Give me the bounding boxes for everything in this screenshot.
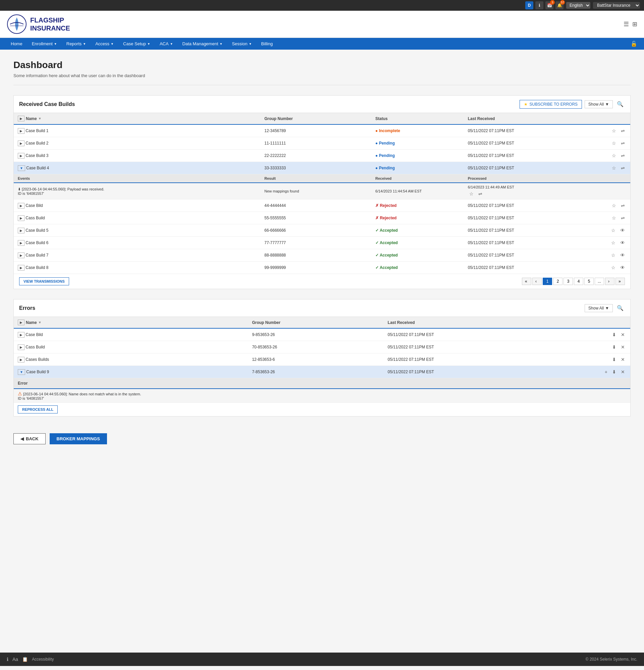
nav-access[interactable]: Access ▼	[91, 38, 118, 50]
nav-home[interactable]: Home	[7, 38, 26, 50]
star-action-btn[interactable]: ☆	[610, 128, 618, 134]
expand-row-btn[interactable]: ▶	[18, 228, 25, 233]
expand-row-btn[interactable]: ▶	[18, 128, 25, 134]
list-view-icon[interactable]: ☰	[623, 21, 629, 28]
expand-row-btn[interactable]: ▶	[18, 153, 25, 159]
error-data-row: ⚠ [2023-06-14 04:44:55.060]: Name does n…	[14, 389, 630, 403]
view-action-btn[interactable]: 👁	[619, 239, 626, 246]
table-row: ▶ Case Build 3 22-2222222 Pending 05/11/…	[14, 150, 630, 162]
calendar-icon[interactable]: 📅 3	[546, 1, 553, 9]
nav-lock-icon[interactable]: 🔓	[631, 41, 637, 47]
back-button[interactable]: ◀ BACK	[13, 433, 45, 444]
shuffle-action-btn[interactable]: ⇌	[619, 202, 626, 209]
star-action-btn[interactable]: ☆	[610, 215, 618, 221]
error-download-btn[interactable]: ⬇	[611, 331, 618, 338]
page-prev-btn[interactable]: ‹	[532, 278, 542, 285]
nav-enrollment[interactable]: Enrollment ▼	[28, 38, 61, 50]
errors-show-all-button[interactable]: Show All ▼	[584, 304, 613, 312]
error-delete-btn[interactable]: ✕	[619, 368, 626, 375]
nav-reports[interactable]: Reports ▼	[62, 38, 90, 50]
footer-icon-2[interactable]: Aa	[12, 657, 18, 662]
error-download-btn[interactable]: ⬇	[611, 368, 618, 375]
page-next-btn[interactable]: ›	[605, 278, 615, 285]
errors-section-header: Errors Show All ▼ 🔍	[14, 299, 630, 317]
expand-row-btn[interactable]: ▶	[18, 240, 25, 246]
error-delete-btn[interactable]: ✕	[619, 356, 626, 363]
view-action-btn[interactable]: 👁	[619, 252, 626, 258]
expand-all-btn[interactable]: ▶	[18, 116, 25, 121]
top-bar: D ℹ 📅 3 🔔 57 English BattStar Insurance	[0, 0, 644, 11]
shuffle-action-btn[interactable]: ⇌	[619, 215, 626, 221]
subscribe-to-errors-button[interactable]: ★ SUBSCRIBE TO ERRORS	[520, 100, 582, 109]
page-3-btn[interactable]: 3	[564, 278, 573, 285]
nav-billing[interactable]: Billing	[257, 38, 277, 50]
expand-row-btn[interactable]: ▼	[18, 369, 25, 375]
row-last-received: 05/11/2022 07:11PM EST	[464, 162, 587, 174]
view-action-btn[interactable]: 👁	[619, 227, 626, 234]
expand-row-btn[interactable]: ▶	[18, 265, 25, 271]
view-action-btn[interactable]: 👁	[619, 264, 626, 271]
event-received: 6/14/2023 11:44:54 AM EST	[371, 183, 464, 200]
star-action-btn[interactable]: ☆	[610, 202, 618, 209]
star-action-btn[interactable]: ☆	[610, 227, 617, 234]
expand-row-btn[interactable]: ▼	[18, 165, 25, 171]
company-select[interactable]: BattStar Insurance	[593, 2, 640, 9]
expand-row-btn[interactable]: ▶	[18, 215, 25, 221]
page-ellipsis-btn[interactable]: ...	[595, 278, 604, 285]
page-5-btn[interactable]: 5	[584, 278, 594, 285]
expand-row-btn[interactable]: ▶	[18, 253, 25, 258]
page-last-btn[interactable]: »	[616, 278, 625, 285]
page-1-btn[interactable]: 1	[543, 278, 552, 285]
star-action-btn[interactable]: ☆	[610, 239, 617, 246]
language-select[interactable]: English	[566, 2, 590, 9]
error-download-btn[interactable]: ⬇	[611, 356, 618, 363]
page-first-btn[interactable]: «	[522, 278, 531, 285]
star-action-btn[interactable]: ☆	[610, 140, 618, 147]
event-close-btn[interactable]: ⇌	[477, 190, 484, 197]
errors-expand-all-btn[interactable]: ▶	[18, 320, 25, 325]
event-col-events: Events	[14, 174, 260, 183]
received-case-builds-table: ▶ Name ▼ Group Number Status Last Receiv…	[14, 113, 630, 274]
error-download-btn[interactable]: ⬇	[611, 344, 618, 350]
errors-table-header-row: ▶ Name ▼ Group Number Last Received	[14, 317, 630, 328]
accessibility-link[interactable]: Accessibility	[32, 657, 54, 661]
expand-row-btn[interactable]: ▶	[18, 203, 25, 209]
nav-session[interactable]: Session ▼	[228, 38, 255, 50]
error-add-btn[interactable]: +	[603, 368, 609, 375]
info-icon[interactable]: ℹ	[535, 1, 543, 9]
bell-icon[interactable]: 🔔 57	[555, 1, 564, 9]
footer-icon-3[interactable]: 📋	[22, 657, 28, 662]
show-all-button[interactable]: Show All ▼	[584, 100, 613, 108]
star-action-btn[interactable]: ☆	[610, 152, 618, 159]
d-icon[interactable]: D	[525, 1, 533, 9]
expand-row-btn[interactable]: ▶	[18, 357, 25, 362]
event-data-row: ⬇ [2023-06-14 04:44:55.060]: Payload was…	[14, 183, 630, 200]
nav-data-management[interactable]: Data Management ▼	[179, 38, 227, 50]
broker-mappings-button[interactable]: BROKER MAPPINGS	[50, 433, 107, 444]
star-action-btn[interactable]: ☆	[610, 264, 617, 271]
nav-aca[interactable]: ACA ▼	[156, 38, 177, 50]
shuffle-action-btn[interactable]: ⇌	[619, 165, 626, 171]
shuffle-action-btn[interactable]: ⇌	[619, 152, 626, 159]
view-transmissions-button[interactable]: VIEW TRANSMISSIONS	[19, 277, 69, 285]
error-delete-btn[interactable]: ✕	[619, 331, 626, 338]
grid-view-icon[interactable]: ⊞	[632, 21, 637, 28]
reprocess-all-button[interactable]: REPROCESS ALL	[18, 405, 58, 414]
expand-row-btn[interactable]: ▶	[18, 332, 25, 338]
expand-row-btn[interactable]: ▶	[18, 140, 25, 146]
error-delete-btn[interactable]: ✕	[619, 344, 626, 350]
expand-row-btn[interactable]: ▶	[18, 344, 25, 350]
page-4-btn[interactable]: 4	[574, 278, 583, 285]
page-2-btn[interactable]: 2	[553, 278, 563, 285]
event-star-btn[interactable]: ☆	[468, 190, 475, 197]
row-actions: ☆ 👁	[587, 262, 630, 274]
shuffle-action-btn[interactable]: ⇌	[619, 140, 626, 147]
star-action-btn[interactable]: ☆	[610, 165, 618, 171]
row-name: ▶ Case Build 7	[14, 249, 260, 262]
nav-case-setup[interactable]: Case Setup ▼	[119, 38, 154, 50]
search-button[interactable]: 🔍	[616, 99, 625, 109]
errors-search-button[interactable]: 🔍	[616, 304, 625, 312]
star-action-btn[interactable]: ☆	[610, 252, 617, 258]
footer-icon-1[interactable]: ℹ	[7, 657, 9, 662]
shuffle-action-btn[interactable]: ⇌	[619, 128, 626, 134]
